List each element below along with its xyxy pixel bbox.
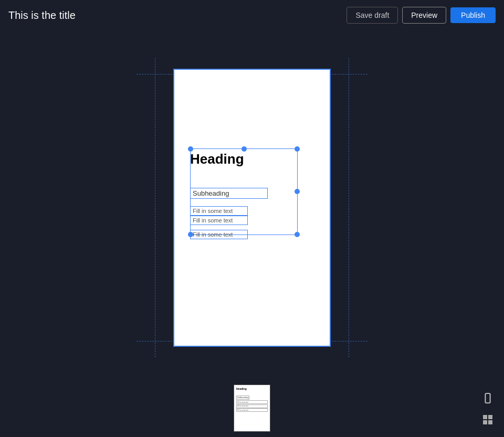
thumb-heading: Heading	[236, 387, 268, 390]
grid-cell-2	[488, 415, 492, 419]
grid-cell-4	[488, 420, 492, 424]
guide-line-left	[155, 58, 155, 357]
page-title: This is the title	[8, 9, 346, 22]
header-actions: Save draft Preview Publish	[346, 7, 496, 24]
canvas-subheading[interactable]: Subheading	[190, 188, 268, 199]
preview-button[interactable]: Preview	[402, 7, 446, 24]
publish-button[interactable]: Publish	[450, 7, 496, 23]
grid-cell-3	[483, 420, 487, 424]
thumb-fill-3: Fill in some text	[236, 408, 268, 412]
handle-top-right[interactable]	[295, 146, 300, 152]
mobile-view-button[interactable]	[480, 390, 496, 409]
canvas-heading[interactable]: Heading	[190, 151, 244, 167]
save-draft-button[interactable]: Save draft	[346, 7, 398, 24]
grid-view-button[interactable]	[481, 413, 495, 427]
header: This is the title Save draft Preview Pub…	[0, 0, 504, 30]
handle-mid-right[interactable]	[295, 189, 300, 194]
canvas-fill-text-1[interactable]: Fill in some text	[190, 206, 248, 216]
canvas-fill-text-2[interactable]: Fill in some text	[190, 216, 248, 225]
thumbnail-strip: Heading Subheading Fill in some text Fil…	[0, 379, 504, 437]
right-icons	[480, 390, 496, 427]
thumbnail-item[interactable]: Heading Subheading Fill in some text Fil…	[234, 385, 270, 432]
thumb-subheading: Subheading	[236, 396, 249, 400]
page-canvas[interactable]: Heading Subheading Fill in some text Fil…	[173, 69, 331, 347]
grid-cell-1	[483, 415, 487, 419]
thumb-fill-1: Fill in some text	[236, 400, 268, 404]
thumbnail-content: Heading Subheading Fill in some text Fil…	[234, 385, 270, 414]
grid-icon	[483, 415, 492, 424]
handle-bottom-right[interactable]	[295, 232, 300, 237]
thumb-fill-2: Fill in some text	[236, 404, 268, 408]
canvas-area: Heading Subheading Fill in some text Fil…	[0, 30, 504, 385]
canvas-fill-text-3[interactable]: Fill in some text	[190, 230, 248, 239]
svg-rect-5	[485, 393, 490, 403]
guide-line-right	[349, 58, 349, 357]
